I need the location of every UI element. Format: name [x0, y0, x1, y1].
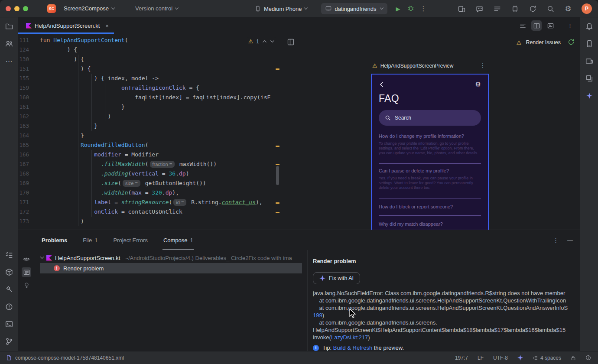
faq-item[interactable]: How do I change my profile information?T… — [379, 129, 481, 164]
file-encoding[interactable]: UTF-8 — [493, 355, 508, 361]
caret-position[interactable]: 197:7 — [455, 355, 468, 361]
bottom-tab-project-errors[interactable]: Project Errors — [113, 230, 147, 250]
code-line[interactable]: 165RoundedFilledButton( — [18, 140, 281, 150]
stack-trace-link[interactable]: LazyDsl.kt:217 — [331, 334, 368, 341]
build-hammer-icon[interactable] — [4, 284, 14, 295]
ai-status-sparkle-icon[interactable] — [517, 355, 523, 361]
warning-stripe-mark[interactable] — [276, 146, 280, 147]
code-editor[interactable]: 111fun HelpAndSupportContent(124) {130) … — [18, 34, 281, 230]
more-run-options-button[interactable]: ⋮ — [417, 5, 430, 13]
hide-panel-icon[interactable]: — — [567, 237, 573, 244]
code-line[interactable]: 130) { — [18, 55, 281, 64]
code-line[interactable]: 168.padding(vertical = 36.dp) — [18, 169, 281, 179]
checklist-icon[interactable] — [4, 250, 14, 260]
expanded-chevron-icon[interactable] — [40, 255, 44, 259]
problems-icon[interactable] — [4, 302, 14, 312]
code-line[interactable]: 171label = stringResource(id = R.string.… — [18, 198, 281, 207]
warning-stripe-mark[interactable] — [276, 164, 280, 165]
warning-stripe-mark[interactable] — [276, 212, 280, 213]
editor-tab-helpandsupportscreen[interactable]: HelpAndSupportScreen.kt × — [18, 17, 114, 34]
code-line[interactable]: 169.size(size = getButtonHeight()) — [18, 179, 281, 188]
code-line[interactable]: 162) — [18, 112, 281, 121]
preview-eye-icon[interactable] — [22, 254, 31, 264]
bottom-tab-problems[interactable]: Problems — [42, 230, 67, 250]
code-line[interactable]: 161} — [18, 102, 281, 112]
running-devices-icon[interactable] — [584, 56, 595, 66]
code-line[interactable]: 124) { — [18, 45, 281, 55]
run-button[interactable]: ▶ — [396, 6, 400, 12]
suggestions-bulb-icon[interactable] — [22, 280, 31, 290]
code-line[interactable]: 111fun HelpAndSupportContent( — [18, 36, 281, 45]
stack-trace-link[interactable]: 199 — [313, 312, 322, 318]
code-line[interactable]: 166modifier = Modifier — [18, 150, 281, 159]
indent-setting[interactable]: 4 spaces — [533, 355, 561, 361]
device-selector[interactable]: Medium Phone — [250, 3, 312, 14]
code-line[interactable]: 164} — [18, 131, 281, 140]
code-line[interactable]: 173) — [18, 217, 281, 226]
code-line[interactable]: 163} — [18, 121, 281, 131]
build-refresh-link[interactable]: Build & Refresh — [333, 344, 372, 351]
bottom-tab-compose[interactable]: Compose1 — [163, 230, 193, 250]
phone-preview[interactable]: ⚙ FAQ Search How do I change my profile … — [371, 74, 489, 230]
close-tab-icon[interactable]: × — [105, 23, 109, 29]
debug-button[interactable] — [407, 5, 414, 13]
faq-item[interactable]: How do I block or report someone? — [379, 198, 481, 216]
editor-options-kebab[interactable]: ⋮ — [567, 17, 573, 34]
lock-icon[interactable] — [571, 355, 576, 361]
task-list-icon[interactable] — [493, 4, 501, 13]
status-info-icon[interactable] — [585, 355, 591, 361]
project-folder-icon[interactable] — [4, 21, 14, 32]
panel-options-kebab[interactable]: ⋮ — [553, 237, 559, 244]
previous-warning-icon[interactable] — [262, 39, 267, 44]
more-tool-windows-icon[interactable]: ⋯ — [4, 56, 14, 66]
notifications-bell-icon[interactable] — [584, 21, 595, 32]
editor-scrollbar[interactable] — [276, 166, 279, 185]
package-icon[interactable] — [4, 267, 14, 277]
design-view-button[interactable] — [545, 20, 556, 31]
user-avatar[interactable]: P — [582, 3, 592, 14]
fix-with-ai-button[interactable]: Fix with AI — [313, 272, 360, 284]
project-menu[interactable]: Screen2Compose — [59, 3, 119, 14]
device-mirroring-icon[interactable] — [457, 4, 466, 13]
line-separator[interactable]: LF — [478, 355, 484, 361]
phone-settings-gear-icon[interactable]: ⚙ — [475, 81, 481, 88]
terminal-icon[interactable] — [4, 319, 14, 329]
search-icon[interactable] — [546, 4, 555, 13]
split-view-button[interactable] — [531, 20, 542, 31]
faq-item[interactable]: Why did my match disappear? — [379, 216, 481, 230]
device-manager-icon[interactable] — [584, 39, 595, 49]
version-control-menu[interactable]: Version control — [131, 3, 182, 14]
minimize-window-button[interactable] — [14, 6, 20, 11]
code-line[interactable]: 172onClick = contactUsOnClick — [18, 207, 281, 217]
code-line[interactable]: 160faqList[index] = faqList[index].copy(… — [18, 93, 281, 102]
gemini-icon[interactable] — [584, 91, 595, 101]
faq-item[interactable]: Can I pause or delete my profile?Yes. If… — [379, 164, 481, 198]
profiler-icon[interactable] — [510, 4, 519, 13]
code-line[interactable]: 159onTrailingIconClick = { — [18, 83, 281, 93]
render-problem-row[interactable]: ! Render problem — [40, 263, 302, 273]
status-file[interactable]: compose-compose-model-1758748140651.xml — [0, 355, 124, 361]
sync-icon[interactable] — [528, 4, 537, 13]
bottom-tab-file[interactable]: File1 — [83, 230, 98, 250]
code-view-button[interactable] — [517, 20, 528, 31]
layout-inspector-icon[interactable] — [584, 73, 595, 84]
run-configuration-selector[interactable]: datingandfriends — [321, 3, 387, 14]
inspections-widget[interactable]: ⚠ 1 — [247, 37, 276, 46]
git-branch-icon[interactable] — [4, 336, 14, 347]
preview-layout-icon[interactable] — [287, 39, 294, 47]
code-line[interactable]: 170.widthIn(max = 320.dp), — [18, 188, 281, 198]
ai-chat-icon[interactable] — [475, 4, 484, 13]
close-window-button[interactable] — [6, 6, 11, 11]
preview-title-row[interactable]: ⚠ HelpAndSupportScreenPreview — [372, 62, 453, 69]
collaborators-icon[interactable] — [4, 39, 14, 49]
warning-stripe-mark[interactable] — [276, 68, 280, 70]
preview-options-kebab[interactable]: ⋮ — [480, 62, 486, 68]
warning-stripe-mark[interactable] — [276, 202, 280, 204]
code-line[interactable]: 151) { — [18, 64, 281, 74]
render-issues-label[interactable]: Render Issues — [526, 39, 561, 46]
code-line[interactable]: 167.fillMaxWidth(fraction = maxWidth()) — [18, 159, 281, 169]
settings-gear-icon[interactable]: ⚙ — [564, 4, 572, 13]
zoom-window-button[interactable] — [23, 6, 28, 11]
phone-search-bar[interactable]: Search — [379, 110, 481, 126]
code-line[interactable]: 155) { index, model -> — [18, 74, 281, 83]
